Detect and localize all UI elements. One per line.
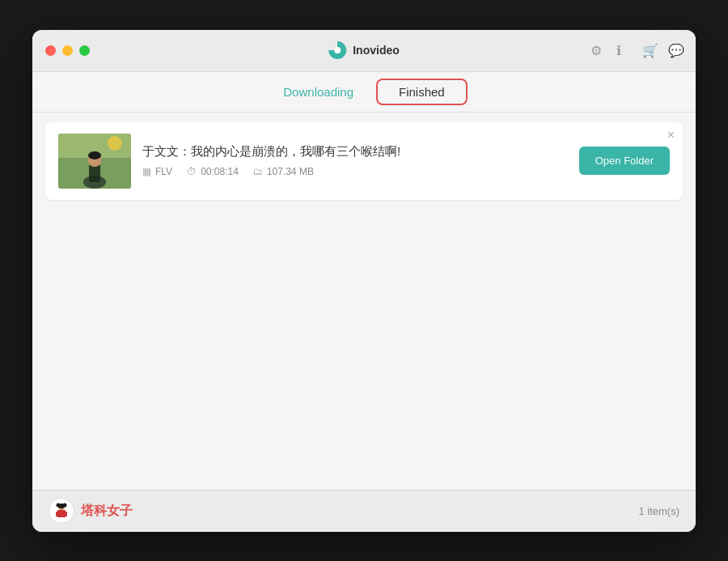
- download-item: ×: [45, 122, 683, 200]
- footer-brand-name: 塔科女子: [81, 503, 133, 520]
- main-content: ×: [32, 113, 696, 490]
- minimize-button[interactable]: [62, 45, 73, 56]
- app-window: Inovideo ⚙ ℹ 🛒 💬 Downloading Finished ×: [32, 30, 696, 532]
- info-icon[interactable]: ℹ: [616, 43, 631, 57]
- titlebar-actions: ⚙ ℹ 🛒 💬: [590, 43, 683, 57]
- tabbar: Downloading Finished: [32, 72, 696, 113]
- item-info: 于文文：我的内心是崩溃的，我哪有三个喉结啊! ▦ FLV ⏱ 00:08:14 …: [142, 144, 568, 177]
- avatar-image: [50, 499, 73, 522]
- size-value: 107.34 MB: [267, 166, 314, 177]
- svg-rect-4: [89, 164, 100, 182]
- item-title: 于文文：我的内心是崩溃的，我哪有三个喉结啊!: [142, 144, 568, 159]
- speech-icon[interactable]: 💬: [668, 43, 683, 57]
- settings-icon[interactable]: ⚙: [590, 43, 605, 57]
- open-folder-button[interactable]: Open Folder: [579, 147, 670, 175]
- titlebar-center: Inovideo: [328, 41, 400, 59]
- svg-rect-11: [64, 512, 67, 516]
- item-meta: ▦ FLV ⏱ 00:08:14 🗂 107.34 MB: [142, 166, 568, 177]
- footer-count: 1 item(s): [638, 505, 679, 517]
- item-close-button[interactable]: ×: [667, 129, 675, 142]
- app-title: Inovideo: [353, 44, 400, 57]
- tab-finished[interactable]: Finished: [376, 79, 468, 105]
- close-button[interactable]: [45, 45, 56, 56]
- meta-size: 🗂 107.34 MB: [253, 166, 314, 177]
- format-value: FLV: [155, 166, 172, 177]
- titlebar: Inovideo ⚙ ℹ 🛒 💬: [32, 30, 696, 72]
- maximize-button[interactable]: [79, 45, 90, 56]
- meta-duration: ⏱ 00:08:14: [187, 166, 239, 177]
- avatar: [49, 498, 74, 524]
- clock-icon: ⏱: [187, 166, 197, 177]
- footer-brand: 塔科女子: [49, 498, 133, 524]
- traffic-lights: [45, 45, 90, 56]
- cart-icon[interactable]: 🛒: [642, 43, 657, 57]
- duration-value: 00:08:14: [201, 166, 239, 177]
- format-icon: ▦: [142, 166, 151, 177]
- svg-point-14: [58, 504, 65, 508]
- svg-point-2: [108, 136, 122, 151]
- item-thumbnail: [58, 134, 131, 189]
- meta-format: ▦ FLV: [142, 166, 172, 177]
- folder-icon: 🗂: [253, 166, 263, 177]
- footer: 塔科女子 1 item(s): [32, 490, 696, 532]
- svg-rect-10: [56, 512, 59, 516]
- app-icon: [328, 41, 346, 59]
- thumbnail-bg: [58, 134, 131, 189]
- tab-downloading[interactable]: Downloading: [260, 79, 376, 105]
- svg-point-6: [88, 151, 101, 159]
- thumbnail-image: [58, 134, 131, 189]
